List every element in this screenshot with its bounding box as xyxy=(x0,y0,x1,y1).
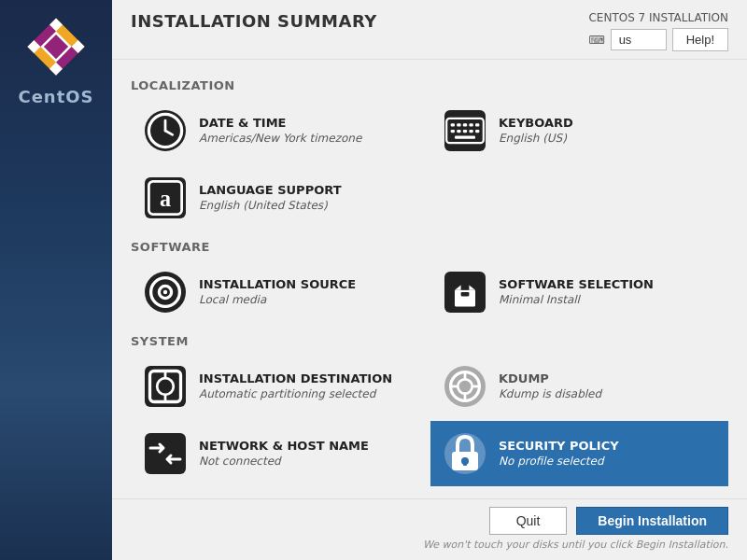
software-selection-text: SOFTWARE SELECTION Minimal Install xyxy=(499,277,716,307)
version-label: CENTOS 7 INSTALLATION xyxy=(588,11,728,24)
security-policy-icon xyxy=(443,431,487,476)
installation-destination-text: INSTALLATION DESTINATION Automatic parti… xyxy=(199,371,416,401)
header: INSTALLATION SUMMARY CENTOS 7 INSTALLATI… xyxy=(112,0,747,60)
installation-source-desc: Local media xyxy=(199,293,416,308)
header-right: CENTOS 7 INSTALLATION ⌨ Help! xyxy=(588,11,728,51)
system-grid: INSTALLATION DESTINATION Automatic parti… xyxy=(131,354,728,486)
quit-button[interactable]: Quit xyxy=(489,507,568,535)
localization-grid: DATE & TIME Americas/New York timezone xyxy=(131,98,728,231)
date-time-icon xyxy=(143,108,188,153)
content-area: LOCALIZATION DATE & TIME Ame xyxy=(112,60,747,498)
help-button[interactable]: Help! xyxy=(672,28,728,51)
keyboard-text: KEYBOARD English (US) xyxy=(499,116,716,146)
main-area: INSTALLATION SUMMARY CENTOS 7 INSTALLATI… xyxy=(112,0,747,560)
software-selection-icon xyxy=(443,270,487,315)
network-hostname-icon xyxy=(143,431,188,476)
software-selection-desc: Minimal Install xyxy=(499,293,716,308)
language-support-name: LANGUAGE SUPPORT xyxy=(199,183,416,199)
svg-rect-21 xyxy=(463,130,467,133)
svg-rect-16 xyxy=(463,123,467,126)
locale-bar: ⌨ Help! xyxy=(588,28,728,51)
installation-source-text: INSTALLATION SOURCE Local media xyxy=(199,277,416,307)
svg-rect-33 xyxy=(461,292,470,296)
system-section-label: SYSTEM xyxy=(131,334,728,348)
footer: Quit Begin Installation We won't touch y… xyxy=(112,498,747,560)
localization-section-label: LOCALIZATION xyxy=(131,78,728,92)
language-support-desc: English (United States) xyxy=(199,199,416,214)
software-selection-name: SOFTWARE SELECTION xyxy=(499,277,716,293)
date-time-item[interactable]: DATE & TIME Americas/New York timezone xyxy=(131,98,429,163)
kdump-desc: Kdump is disabled xyxy=(499,387,716,402)
page-title: INSTALLATION SUMMARY xyxy=(131,11,377,31)
security-policy-item[interactable]: SECURITY POLICY No profile selected xyxy=(430,421,728,486)
svg-rect-14 xyxy=(451,123,455,126)
svg-rect-22 xyxy=(469,130,472,133)
svg-rect-17 xyxy=(469,123,472,126)
network-hostname-item[interactable]: NETWORK & HOST NAME Not connected xyxy=(131,421,429,486)
installation-destination-icon xyxy=(143,364,188,409)
date-time-text: DATE & TIME Americas/New York timezone xyxy=(199,116,416,146)
svg-point-29 xyxy=(163,290,167,294)
software-section-label: SOFTWARE xyxy=(131,240,728,254)
security-policy-desc: No profile selected xyxy=(499,455,716,469)
svg-line-12 xyxy=(165,131,173,134)
keyboard-name: KEYBOARD xyxy=(499,116,716,132)
security-policy-text: SECURITY POLICY No profile selected xyxy=(499,439,716,469)
svg-point-35 xyxy=(157,378,174,395)
svg-rect-19 xyxy=(451,130,455,133)
network-hostname-desc: Not connected xyxy=(199,455,416,469)
installation-destination-item[interactable]: INSTALLATION DESTINATION Automatic parti… xyxy=(131,354,429,419)
centos-logo-icon xyxy=(23,14,89,79)
software-selection-item[interactable]: SOFTWARE SELECTION Minimal Install xyxy=(430,259,728,325)
brand-name: CentOS xyxy=(18,87,93,106)
kdump-item[interactable]: KDUMP Kdump is disabled xyxy=(430,354,728,419)
date-time-name: DATE & TIME xyxy=(199,116,416,132)
network-hostname-name: NETWORK & HOST NAME xyxy=(199,439,416,455)
network-hostname-text: NETWORK & HOST NAME Not connected xyxy=(199,439,416,469)
installation-source-name: INSTALLATION SOURCE xyxy=(199,277,416,293)
sidebar: CentOS xyxy=(0,0,112,560)
language-support-text: LANGUAGE SUPPORT English (United States) xyxy=(199,183,416,213)
installation-source-item[interactable]: INSTALLATION SOURCE Local media xyxy=(131,259,429,325)
date-time-desc: Americas/New York timezone xyxy=(199,132,416,147)
svg-point-39 xyxy=(458,379,472,393)
footer-buttons: Quit Begin Installation xyxy=(131,507,728,535)
keyboard-item-icon xyxy=(443,108,487,153)
svg-rect-23 xyxy=(475,130,479,133)
svg-rect-15 xyxy=(457,123,460,126)
svg-rect-46 xyxy=(463,461,467,466)
software-grid: INSTALLATION SOURCE Local media xyxy=(131,259,728,325)
kdump-icon xyxy=(443,364,487,409)
kdump-name: KDUMP xyxy=(499,371,716,387)
keyboard-icon: ⌨ xyxy=(588,34,604,47)
locale-input[interactable] xyxy=(611,29,667,50)
footer-note: We won't touch your disks until you clic… xyxy=(131,539,728,551)
svg-rect-32 xyxy=(461,282,470,290)
keyboard-desc: English (US) xyxy=(499,132,716,147)
kdump-text: KDUMP Kdump is disabled xyxy=(499,371,716,401)
svg-text:a: a xyxy=(160,186,171,211)
installation-source-icon xyxy=(143,270,188,315)
begin-installation-button[interactable]: Begin Installation xyxy=(576,507,728,535)
installation-destination-name: INSTALLATION DESTINATION xyxy=(199,371,416,387)
installation-destination-desc: Automatic partitioning selected xyxy=(199,387,416,402)
language-support-icon: a xyxy=(143,175,188,220)
security-policy-name: SECURITY POLICY xyxy=(499,439,716,455)
language-support-item[interactable]: a LANGUAGE SUPPORT English (United State… xyxy=(131,165,429,231)
keyboard-item[interactable]: KEYBOARD English (US) xyxy=(430,98,728,163)
svg-rect-24 xyxy=(455,136,475,139)
svg-rect-20 xyxy=(457,130,460,133)
svg-rect-18 xyxy=(475,123,479,126)
